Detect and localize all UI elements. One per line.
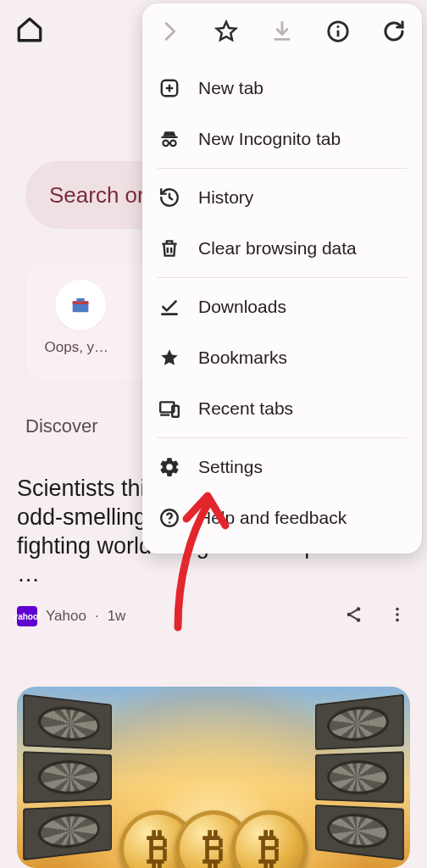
- source-badge: yahoo!: [17, 606, 37, 626]
- svg-point-7: [396, 613, 399, 616]
- menu-label: Downloads: [198, 297, 286, 317]
- star-filled-icon: [158, 346, 181, 370]
- share-icon[interactable]: [344, 604, 364, 628]
- gear-icon: [158, 455, 181, 479]
- home-icon[interactable]: [15, 15, 44, 44]
- menu-downloads[interactable]: Downloads: [142, 281, 422, 332]
- search-placeholder: Search or: [49, 182, 145, 209]
- menu-label: History: [198, 187, 253, 208]
- svg-point-11: [337, 25, 340, 28]
- more-icon[interactable]: [388, 605, 407, 627]
- check-underline-icon: [158, 295, 181, 319]
- article-source: Yahoo: [46, 608, 86, 625]
- menu-history[interactable]: History: [142, 172, 422, 223]
- star-icon[interactable]: [214, 19, 239, 44]
- svg-point-17: [170, 141, 176, 147]
- menu-label: New Incognito tab: [198, 129, 341, 149]
- menu-divider: [158, 437, 407, 438]
- overflow-menu: New tab New Incognito tab History Clear …: [142, 3, 422, 554]
- article-meta-row: yahoo! Yahoo · 1w: [17, 604, 407, 628]
- menu-divider: [158, 168, 407, 169]
- svg-point-16: [163, 141, 169, 147]
- site-label: Oops, you …: [45, 339, 117, 356]
- feed-image[interactable]: ₿ ₿ ₿: [17, 687, 410, 868]
- menu-label: Bookmarks: [198, 348, 287, 368]
- menu-recent-tabs[interactable]: Recent tabs: [142, 383, 422, 434]
- svg-rect-2: [76, 298, 84, 302]
- svg-rect-22: [172, 406, 179, 417]
- mining-rig: [17, 687, 116, 868]
- menu-incognito[interactable]: New Incognito tab: [142, 114, 422, 164]
- menu-label: New tab: [198, 78, 263, 98]
- bitcoin-coins: ₿ ₿ ₿: [130, 792, 297, 868]
- help-icon: [158, 506, 181, 530]
- top-site-item[interactable]: Oops, you …: [42, 280, 119, 364]
- plus-square-icon: [158, 76, 181, 100]
- forward-icon[interactable]: [158, 19, 183, 44]
- menu-new-tab[interactable]: New tab: [142, 63, 422, 114]
- menu-bookmarks[interactable]: Bookmarks: [142, 332, 422, 383]
- trash-icon: [158, 236, 181, 260]
- menu-label: Clear browsing data: [198, 238, 357, 259]
- menu-clear-data[interactable]: Clear browsing data: [142, 223, 422, 274]
- discover-heading: Discover: [25, 415, 98, 437]
- mining-rig: [311, 687, 410, 868]
- svg-point-8: [396, 619, 399, 622]
- download-icon[interactable]: [269, 19, 295, 44]
- incognito-icon: [158, 127, 181, 151]
- menu-divider: [158, 277, 407, 278]
- site-favicon: [55, 280, 106, 331]
- svg-point-6: [396, 608, 399, 611]
- info-icon[interactable]: [325, 19, 351, 44]
- history-icon: [158, 186, 181, 209]
- menu-label: Settings: [198, 457, 263, 477]
- svg-rect-15: [161, 136, 178, 138]
- menu-label: Recent tabs: [198, 398, 293, 419]
- devices-icon: [158, 397, 181, 420]
- svg-point-24: [169, 521, 170, 523]
- meta-sep: ·: [95, 608, 99, 625]
- refresh-icon[interactable]: [381, 19, 407, 44]
- menu-toolbar: [142, 3, 422, 59]
- svg-rect-1: [73, 301, 89, 304]
- menu-settings[interactable]: Settings: [142, 442, 422, 492]
- menu-label: Help and feedback: [198, 508, 347, 528]
- article-age: 1w: [108, 608, 126, 625]
- menu-help[interactable]: Help and feedback: [142, 492, 422, 543]
